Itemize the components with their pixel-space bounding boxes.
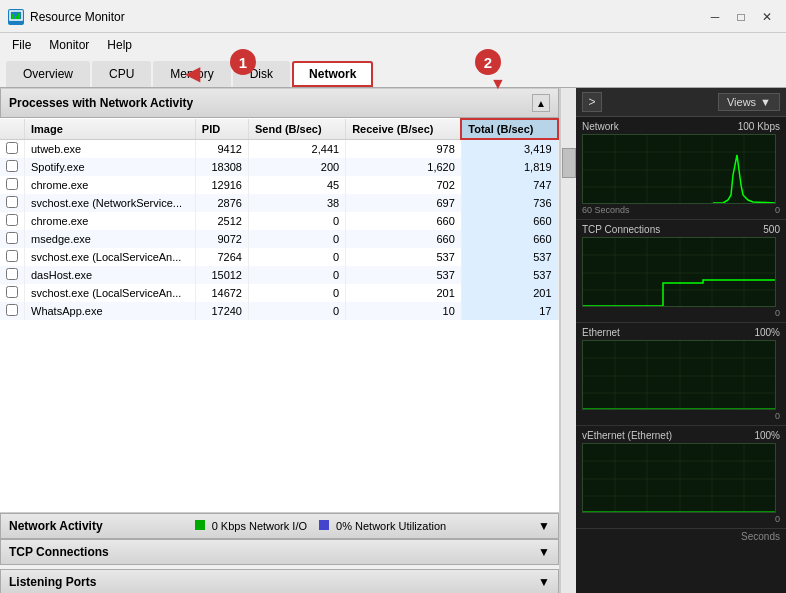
maximize-button[interactable]: □	[730, 6, 752, 28]
col-total[interactable]: Total (B/sec)	[461, 119, 558, 139]
main-content: Processes with Network Activity ▲ Image …	[0, 88, 786, 593]
tab-cpu[interactable]: CPU	[92, 61, 151, 87]
views-button[interactable]: Views ▼	[718, 93, 780, 111]
col-image[interactable]: Image	[25, 119, 196, 139]
processes-collapse-btn[interactable]: ▲	[532, 94, 550, 112]
table-row[interactable]: utweb.exe 9412 2,441 978 3,419	[0, 139, 558, 158]
graph-network-canvas	[582, 134, 776, 204]
col-check	[0, 119, 25, 139]
row-check[interactable]	[0, 266, 25, 284]
listening-section-header[interactable]: Listening Ports ▼	[0, 569, 559, 593]
tcp-section-header[interactable]: TCP Connections ▼	[0, 539, 559, 565]
row-send: 0	[248, 248, 345, 266]
col-receive[interactable]: Receive (B/sec)	[346, 119, 462, 139]
network-activity-collapse[interactable]: ▼	[538, 519, 550, 533]
window-title: Resource Monitor	[30, 10, 704, 24]
table-row[interactable]: msedge.exe 9072 0 660 660	[0, 230, 558, 248]
graph-vethernet-label: vEthernet (Ethernet) 100%	[582, 430, 780, 441]
row-receive: 660	[346, 212, 462, 230]
row-image: Spotify.exe	[25, 158, 196, 176]
row-receive: 702	[346, 176, 462, 194]
row-receive: 1,620	[346, 158, 462, 176]
nav-prev-button[interactable]: >	[582, 92, 602, 112]
processes-table[interactable]: Image PID Send (B/sec) Receive (B/sec) T…	[0, 118, 559, 513]
scrollbar[interactable]	[560, 88, 576, 593]
row-total: 537	[461, 248, 558, 266]
processes-section-header[interactable]: Processes with Network Activity ▲	[0, 88, 559, 118]
row-receive: 978	[346, 139, 462, 158]
table-row[interactable]: dasHost.exe 15012 0 537 537	[0, 266, 558, 284]
row-total: 736	[461, 194, 558, 212]
row-pid: 18308	[195, 158, 248, 176]
graph-ethernet-bottom: 0	[582, 411, 780, 421]
tab-memory[interactable]: Memory	[153, 61, 230, 87]
table-row[interactable]: svchost.exe (LocalServiceAn... 7264 0 53…	[0, 248, 558, 266]
row-send: 0	[248, 230, 345, 248]
table-row[interactable]: svchost.exe (NetworkService... 2876 38 6…	[0, 194, 558, 212]
row-pid: 12916	[195, 176, 248, 194]
tab-overview[interactable]: Overview	[6, 61, 90, 87]
left-panel: Processes with Network Activity ▲ Image …	[0, 88, 560, 593]
tcp-title: TCP Connections	[9, 545, 109, 559]
row-send: 200	[248, 158, 345, 176]
row-image: WhatsApp.exe	[25, 302, 196, 320]
tab-bar: Overview CPU Memory Disk Network 1 ◀ 2 ▼	[0, 57, 786, 88]
menu-monitor[interactable]: Monitor	[41, 35, 97, 55]
processes-title: Processes with Network Activity	[9, 96, 193, 110]
table-row[interactable]: svchost.exe (LocalServiceAn... 14672 0 2…	[0, 284, 558, 302]
col-pid[interactable]: PID	[195, 119, 248, 139]
listening-collapse-btn[interactable]: ▼	[538, 575, 550, 589]
graph-tcp-label: TCP Connections 500	[582, 224, 780, 235]
row-total: 201	[461, 284, 558, 302]
row-check[interactable]	[0, 212, 25, 230]
row-send: 45	[248, 176, 345, 194]
row-check[interactable]	[0, 158, 25, 176]
row-pid: 2876	[195, 194, 248, 212]
row-check[interactable]	[0, 230, 25, 248]
graph-network: Network 100 Kbps	[576, 117, 786, 220]
menu-help[interactable]: Help	[99, 35, 140, 55]
network-activity-title: Network Activity	[9, 519, 103, 533]
stat-network-io: 0 Kbps Network I/O	[195, 520, 307, 532]
row-check[interactable]	[0, 194, 25, 212]
tcp-collapse-btn[interactable]: ▼	[538, 545, 550, 559]
row-check[interactable]	[0, 139, 25, 158]
close-button[interactable]: ✕	[756, 6, 778, 28]
table-row[interactable]: WhatsApp.exe 17240 0 10 17	[0, 302, 558, 320]
row-send: 0	[248, 284, 345, 302]
row-image: svchost.exe (LocalServiceAn...	[25, 284, 196, 302]
graph-ethernet-label: Ethernet 100%	[582, 327, 780, 338]
row-pid: 15012	[195, 266, 248, 284]
graph-vethernet-canvas	[582, 443, 776, 513]
row-check[interactable]	[0, 176, 25, 194]
network-activity-section[interactable]: Network Activity 0 Kbps Network I/O 0% N…	[0, 513, 559, 539]
tab-network[interactable]: Network	[292, 61, 373, 87]
graph-vethernet-bottom: 0	[582, 514, 780, 524]
title-bar: Resource Monitor ─ □ ✕	[0, 0, 786, 33]
tab-disk[interactable]: Disk	[233, 61, 290, 87]
row-receive: 10	[346, 302, 462, 320]
seconds-label: Seconds	[576, 529, 786, 544]
table-row[interactable]: chrome.exe 12916 45 702 747	[0, 176, 558, 194]
table-row[interactable]: chrome.exe 2512 0 660 660	[0, 212, 558, 230]
row-pid: 7264	[195, 248, 248, 266]
row-total: 1,819	[461, 158, 558, 176]
app-icon	[8, 9, 24, 25]
row-total: 660	[461, 230, 558, 248]
graph-tcp: TCP Connections 500	[576, 220, 786, 323]
row-receive: 697	[346, 194, 462, 212]
row-pid: 14672	[195, 284, 248, 302]
row-image: dasHost.exe	[25, 266, 196, 284]
col-send[interactable]: Send (B/sec)	[248, 119, 345, 139]
row-check[interactable]	[0, 284, 25, 302]
graph-vethernet: vEthernet (Ethernet) 100%	[576, 426, 786, 529]
row-check[interactable]	[0, 248, 25, 266]
minimize-button[interactable]: ─	[704, 6, 726, 28]
row-check[interactable]	[0, 302, 25, 320]
row-total: 537	[461, 266, 558, 284]
row-total: 3,419	[461, 139, 558, 158]
menu-file[interactable]: File	[4, 35, 39, 55]
scrollbar-thumb[interactable]	[562, 148, 576, 178]
network-processes-table: Image PID Send (B/sec) Receive (B/sec) T…	[0, 118, 559, 320]
table-row[interactable]: Spotify.exe 18308 200 1,620 1,819	[0, 158, 558, 176]
